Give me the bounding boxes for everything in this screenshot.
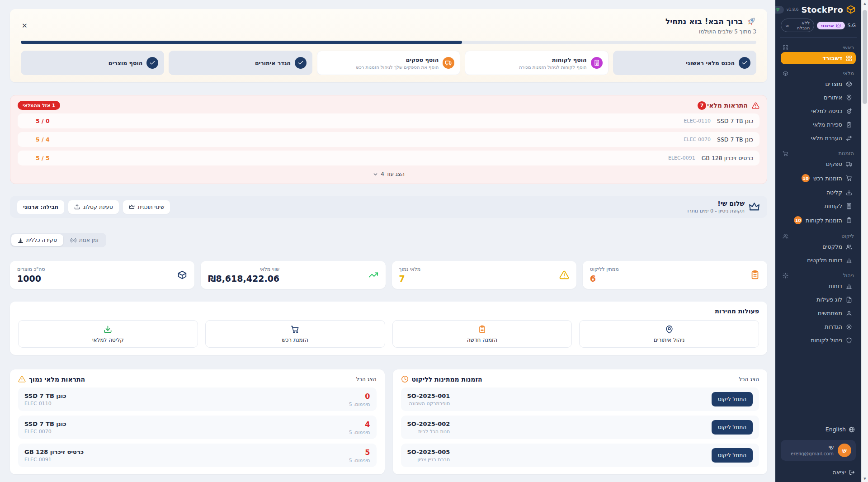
check-icon xyxy=(146,57,158,69)
stock-info: 0מינימום: 5 xyxy=(349,392,370,407)
user-profile-card[interactable]: שי erelig@gmail.com ש xyxy=(781,440,856,461)
quick-action-button[interactable]: ניהול איתורים xyxy=(579,320,759,348)
onboarding-step[interactable]: הוסף לקוחותהוסף לקוחות לניהול הזמנות מכי… xyxy=(465,51,608,75)
sidebar-item-מלקטים[interactable]: מלקטים xyxy=(781,241,856,253)
close-icon[interactable]: ✕ xyxy=(22,22,28,30)
check-icon xyxy=(739,57,750,69)
sidebar-section-ראשי: ראשי xyxy=(781,44,856,51)
crown-icon xyxy=(836,23,841,28)
sidebar-item-הזמנות לקוחות[interactable]: 10הזמנות לקוחות xyxy=(781,213,856,227)
customer-name: חנות הכל לבית xyxy=(407,429,450,435)
show-all-link[interactable]: הצג הכל xyxy=(356,376,377,383)
onboarding-step[interactable]: הוסף ספקיםהוסף את הספקים שלך לניהול הזמנ… xyxy=(317,51,460,75)
tab-overview[interactable]: סקירה כללית xyxy=(11,234,63,246)
sidebar-item-הגדרות[interactable]: הגדרות xyxy=(781,321,856,333)
quick-action-label: ניהול איתורים xyxy=(654,337,685,343)
app-title: StockPro xyxy=(801,5,843,14)
sidebar-item-דשבורד[interactable]: דשבורד xyxy=(781,52,856,64)
sidebar-item-לקוחות[interactable]: לקוחות xyxy=(781,200,856,212)
onboarding-step[interactable]: הגדר איתורים xyxy=(169,51,312,75)
quick-action-button[interactable]: קליטה למלאי xyxy=(18,320,198,348)
language-switcher[interactable]: English xyxy=(781,424,856,435)
stat-text: שווי מלאי₪8,618,422.06 xyxy=(208,266,279,284)
start-picking-button[interactable]: התחל ליקוט xyxy=(712,392,753,406)
item-label: דוחות מלקטים xyxy=(807,257,842,264)
dismiss-alert-icon[interactable] xyxy=(24,118,29,124)
limit-badge: ∞ ללא הגבלה xyxy=(781,19,814,32)
progress-fill xyxy=(21,41,462,44)
upload-catalog-button[interactable]: טעינת קטלוג xyxy=(68,200,119,214)
sidebar-item-ספירת מלאי[interactable]: ספירת מלאי xyxy=(781,118,856,131)
sidebar-item-איתורים[interactable]: איתורים xyxy=(781,91,856,104)
tab-label: זמן אמת xyxy=(79,237,99,243)
step-label: הוסף ספקים xyxy=(356,57,439,63)
live-icon xyxy=(71,237,76,243)
stat-label: שווי מלאי xyxy=(208,266,279,272)
sidebar-item-קליטה[interactable]: קליטה xyxy=(781,186,856,198)
gear-icon xyxy=(783,273,788,279)
sidebar-nav: ראשידשבורדמלאימוצריםאיתוריםכניסה למלאיספ… xyxy=(781,38,856,346)
sidebar-item-לוג פעילות[interactable]: לוג פעילות xyxy=(781,293,856,306)
dismiss-alert-icon[interactable] xyxy=(24,156,29,161)
show-more-link[interactable]: הצג עוד 4 xyxy=(18,171,760,177)
picking-order-row: SO-2025-001סופרמרקט השכונההתחל ליקוט xyxy=(401,387,760,411)
sidebar-item-דוחות מלקטים[interactable]: דוחות מלקטים xyxy=(781,254,856,266)
sidebar-item-העברת מלאי[interactable]: העברת מלאי xyxy=(781,132,856,144)
quick-action-button[interactable]: הזמנה חדשה xyxy=(392,320,572,348)
picking-title: הזמנות ממתינות לליקוט xyxy=(412,376,482,383)
stock-alerts-panel: 1 אזל מהמלאי 7 התראות מלאי 5 / 0ELEC-011… xyxy=(10,95,767,184)
item-label: ספקים xyxy=(826,161,842,167)
logout-button[interactable]: יציאה xyxy=(781,468,856,477)
change-plan-button[interactable]: שינוי תוכנית xyxy=(123,200,170,214)
sidebar-item-הזמנות רכש[interactable]: 10הזמנות רכש xyxy=(781,171,856,185)
sidebar-item-מוצרים[interactable]: מוצרים xyxy=(781,78,856,90)
download-icon xyxy=(104,325,112,334)
quick-actions-panel: פעולות מהירות קליטה למלאיהזמנת רכשהזמנה … xyxy=(10,302,767,355)
scrollbar-thumb[interactable] xyxy=(863,10,867,104)
quick-action-button[interactable]: הזמנת רכש xyxy=(205,320,385,348)
start-picking-button[interactable]: התחל ליקוט xyxy=(712,420,753,435)
alert-product-name: כונן SSD 7 TB xyxy=(717,136,753,143)
main-content: ✕ ברוך הבא! בוא נתחיל 3 מתוך 5 שלבים הוש… xyxy=(0,0,775,482)
cart-icon xyxy=(846,175,852,181)
user-email: erelig@gmail.com xyxy=(791,451,834,456)
item-label: ניהול לקוחות xyxy=(811,337,842,344)
product-sku: ELEC-0091 xyxy=(24,457,84,463)
page-scrollbar[interactable]: ▲ ▼ xyxy=(861,0,868,482)
logout-label: יציאה xyxy=(832,469,846,476)
scroll-up-arrow[interactable]: ▲ xyxy=(862,0,868,7)
dismiss-alert-icon[interactable] xyxy=(24,137,29,142)
tab-realtime[interactable]: זמן אמת xyxy=(64,234,105,246)
order-info: SO-2025-005חברת בניין צפון xyxy=(407,449,450,463)
item-label: לוג פעילות xyxy=(816,296,842,303)
scroll-down-arrow[interactable]: ▼ xyxy=(862,475,868,482)
sidebar-item-כניסה למלאי[interactable]: כניסה למלאי xyxy=(781,105,856,117)
onboarding-step[interactable]: הוסף מוצרים xyxy=(21,51,164,75)
onboarding-step[interactable]: הכנס מלאי ראשוני xyxy=(613,51,756,75)
low-stock-row: כונן SSD 7 TBELEC-01100מינימום: 5 xyxy=(18,387,377,411)
show-all-link[interactable]: הצג הכל xyxy=(739,376,759,383)
building-icon xyxy=(846,203,852,209)
chart-icon xyxy=(846,283,852,289)
low-stock-row: כונן SSD 7 TBELEC-00704מינימום: 5 xyxy=(18,416,377,439)
users-icon xyxy=(783,233,788,239)
globe-icon xyxy=(849,426,855,433)
stat-value: 6 xyxy=(590,274,619,284)
sidebar-item-ספקים[interactable]: ספקים xyxy=(781,158,856,170)
alerts-count-badge: 7 xyxy=(698,101,706,110)
greeting-subtitle: תקופת ניסיון - 0 ימים נותרו xyxy=(687,208,745,214)
cube-plus-icon xyxy=(846,108,852,114)
step-label: הוסף מוצרים xyxy=(108,60,143,66)
start-picking-button[interactable]: התחל ליקוט xyxy=(712,448,753,463)
truck-icon xyxy=(443,57,454,69)
sidebar-item-ניהול לקוחות[interactable]: ניהול לקוחות xyxy=(781,334,856,346)
warning-icon xyxy=(559,270,569,280)
plan-badge-label: ארגוני xyxy=(821,23,834,28)
app-logo-icon xyxy=(846,5,856,14)
users-icon xyxy=(846,244,852,250)
sidebar-item-משתמשים[interactable]: משתמשים xyxy=(781,307,856,319)
stat-card: סה"כ מוצרים1000 xyxy=(10,261,194,289)
section-label: ניהול xyxy=(843,272,854,279)
sidebar-item-דוחות[interactable]: דוחות xyxy=(781,280,856,292)
stats-row: סה"כ מוצרים1000שווי מלאי₪8,618,422.06מלא… xyxy=(10,261,767,289)
